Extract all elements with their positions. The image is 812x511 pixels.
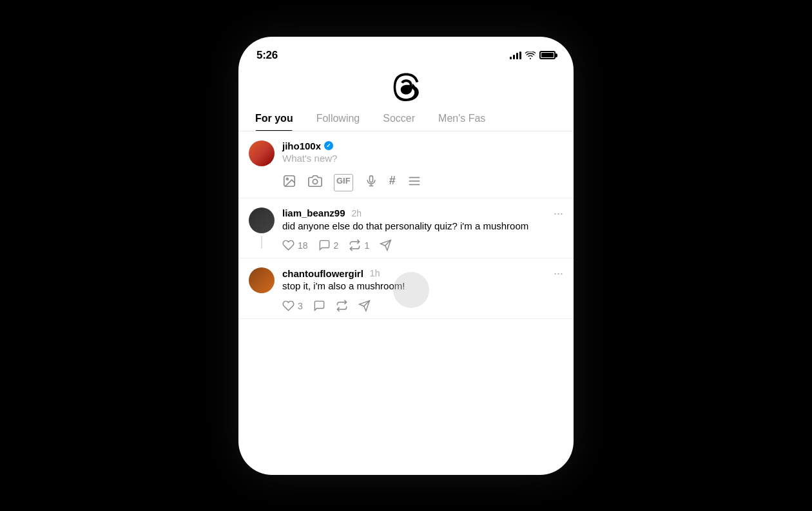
- post-1-repost[interactable]: 1: [349, 239, 369, 251]
- post-2-meta: chantouflowergirl 1h ···: [282, 267, 563, 279]
- post-1-comment[interactable]: 2: [318, 239, 339, 251]
- post-2-likes-count: 3: [298, 301, 303, 311]
- tab-for-you[interactable]: For you: [244, 106, 305, 131]
- post-2-more[interactable]: ···: [554, 267, 563, 279]
- post-1-share[interactable]: [380, 239, 392, 251]
- signal-icon: [510, 52, 521, 59]
- tab-mens-fashion[interactable]: Men's Fas: [427, 106, 497, 131]
- mic-icon[interactable]: [365, 174, 378, 191]
- post-1-more[interactable]: ···: [554, 207, 563, 219]
- post-2-avatar: [249, 267, 275, 293]
- post-1-reposts-count: 1: [364, 240, 369, 251]
- post-2-share[interactable]: [358, 300, 371, 312]
- threads-logo: [238, 65, 574, 106]
- svg-point-2: [313, 179, 317, 184]
- thread-line-1: [261, 236, 262, 249]
- wifi-icon: [525, 52, 536, 59]
- composer-username: jiho100x: [282, 140, 563, 151]
- tab-following[interactable]: Following: [305, 106, 372, 131]
- composer-input[interactable]: What's new?: [282, 153, 563, 164]
- post-1-actions: 18 2 1: [282, 239, 563, 251]
- post-1-time: 2h: [352, 208, 362, 218]
- composer-content: jiho100x What's new?: [282, 140, 563, 164]
- phone-frame: 5:26 For you Following: [238, 37, 574, 475]
- post-2-repost[interactable]: [336, 300, 348, 312]
- hashtag-icon[interactable]: #: [389, 174, 396, 191]
- post-1-header: liam_beanz99 2h ··· did anyone else do t…: [249, 207, 563, 252]
- feed: jiho100x What's new?: [238, 131, 574, 467]
- svg-point-1: [286, 178, 288, 180]
- post-1-likes-count: 18: [298, 240, 308, 251]
- tab-soccer[interactable]: Soccer: [371, 106, 427, 131]
- post-1-avatar: [249, 207, 275, 233]
- post-2-avatar-col: [249, 267, 275, 293]
- list-icon[interactable]: [407, 174, 421, 191]
- post-2-time: 1h: [370, 268, 380, 278]
- status-time: 5:26: [256, 49, 278, 62]
- post-1-avatar-col: [249, 207, 275, 249]
- verified-badge: [324, 141, 333, 150]
- composer-avatar: [249, 140, 275, 166]
- post-2-header: chantouflowergirl 1h ··· stop it, i'm al…: [249, 267, 563, 312]
- tabs-container: For you Following Soccer Men's Fas: [238, 106, 574, 131]
- camera-icon[interactable]: [308, 174, 322, 191]
- post-2: chantouflowergirl 1h ··· stop it, i'm al…: [238, 258, 574, 319]
- status-bar: 5:26: [238, 37, 574, 65]
- post-2-actions: 3: [282, 300, 563, 312]
- composer-actions: GIF #: [249, 174, 563, 191]
- svg-rect-3: [369, 175, 372, 182]
- post-1-like[interactable]: 18: [282, 239, 308, 251]
- post-1-username: liam_beanz99: [282, 207, 345, 218]
- battery-icon: [539, 51, 556, 59]
- post-1-text: did anyone else do that personality quiz…: [282, 219, 563, 233]
- post-1: liam_beanz99 2h ··· did anyone else do t…: [238, 198, 574, 259]
- post-2-username: chantouflowergirl: [282, 268, 363, 279]
- post-2-text: stop it, i'm also a mushroom!: [282, 279, 563, 293]
- post-2-like[interactable]: 3: [282, 300, 303, 312]
- post-1-meta: liam_beanz99 2h ···: [282, 207, 563, 219]
- post-1-comments-count: 2: [334, 240, 339, 251]
- status-icons: [510, 51, 556, 59]
- post-2-comment[interactable]: [313, 300, 325, 312]
- composer: jiho100x What's new?: [238, 131, 574, 198]
- image-icon[interactable]: [282, 174, 296, 191]
- gif-icon[interactable]: GIF: [334, 174, 353, 191]
